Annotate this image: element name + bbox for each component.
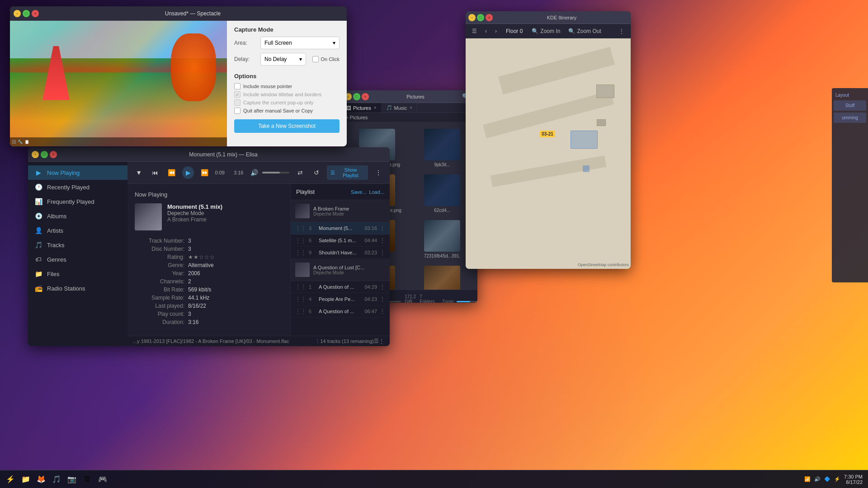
delay-select[interactable]: No Delay ▾ — [260, 53, 306, 66]
track-menu-1[interactable]: ⋮ — [380, 225, 385, 231]
sidebar-item-tracks[interactable]: 🎵 Tracks — [28, 238, 127, 252]
rp-button-1[interactable]: Stuff — [834, 100, 866, 111]
file-item-8[interactable]: c15ab24f086eb7fc.png — [410, 263, 474, 290]
playlist-btn-icon: ☰ — [330, 170, 335, 176]
track-menu-5[interactable]: ⋮ — [380, 296, 385, 302]
playlist-track-1[interactable]: ⋮⋮ 3 Monument (5... 03:16 ⋮ — [291, 222, 390, 235]
playlist-save-btn[interactable]: Save... — [351, 189, 366, 195]
prev-track-btn[interactable]: ⏪ — [166, 166, 178, 179]
sidebar-item-now-playing[interactable]: ▶ Now Playing — [28, 165, 127, 180]
dolphin-maximize-btn[interactable]: □ — [353, 93, 360, 100]
sidebar-item-frequently-played[interactable]: 📊 Frequently Played — [28, 194, 127, 209]
spectacle-close-btn[interactable]: × — [32, 10, 39, 17]
file-thumb-4 — [424, 174, 460, 206]
sidebar-item-files[interactable]: 📁 Files — [28, 267, 127, 281]
more-btn[interactable]: ⋮ — [373, 166, 384, 179]
itinerary-map[interactable]: 03-21 OpenStreetMap contributors — [466, 38, 631, 269]
taskbar-network-icon: 📶 — [804, 476, 811, 482]
tab-pictures-close[interactable]: × — [374, 105, 377, 110]
take-screenshot-button[interactable]: Take a New Screenshot — [234, 119, 340, 133]
elisa-maximize-btn[interactable]: □ — [41, 151, 48, 158]
option1-row[interactable]: Include mouse pointer — [234, 83, 340, 89]
zoom-slider-2[interactable] — [457, 301, 477, 302]
elisa-close-btn[interactable]: × — [50, 151, 57, 158]
itinerary-forward-btn[interactable]: › — [492, 27, 500, 36]
option1-checkbox[interactable] — [234, 83, 241, 89]
on-click-check[interactable]: On Click — [312, 56, 340, 62]
zoom-in-btn[interactable]: 🔍 Zoom In — [529, 27, 563, 36]
disc-number-key: Disc Number: — [135, 246, 184, 252]
sidebar-item-albums[interactable]: 💿 Albums — [28, 209, 127, 223]
collapse-btn[interactable]: ▼ — [133, 166, 145, 179]
taskbar-icon-music[interactable]: 🎵 — [50, 473, 63, 486]
statusbar-menu[interactable]: ⋮ — [315, 338, 320, 344]
itinerary-menu-btn[interactable]: ☰ — [469, 27, 480, 36]
option4-checkbox[interactable] — [234, 108, 241, 114]
elisa-minimize-btn[interactable]: − — [32, 151, 39, 158]
taskbar-bluetooth-icon: 🔷 — [824, 476, 830, 482]
sidebar-item-radio[interactable]: 📻 Radio Stations — [28, 281, 127, 296]
itinerary-window: − □ × KDE Itinerary ☰ ‹ › Floor 0 🔍 Zoom… — [466, 11, 631, 269]
playlist-album2-name: A Question of Lust [C... — [313, 265, 364, 270]
next-btn[interactable]: ⏩ — [198, 166, 210, 179]
file-item-6[interactable]: 72316fb45d...391. — [410, 217, 474, 261]
rp-button-2[interactable]: umming — [834, 113, 866, 123]
track-num-2: 6 — [309, 238, 316, 243]
option4-row[interactable]: Quit after manual Save or Copy — [234, 108, 340, 114]
playlist-track-2[interactable]: ⋮⋮ 6 Satellite (5.1 m... 04:44 ⋮ — [291, 235, 390, 247]
prev-btn[interactable]: ⏮ — [149, 166, 161, 179]
repeat-btn[interactable]: ↺ — [311, 166, 322, 179]
track-menu-6[interactable]: ⋮ — [380, 308, 385, 314]
sidebar-item-artists[interactable]: 👤 Artists — [28, 223, 127, 238]
radio-icon: 📻 — [34, 284, 42, 292]
track-menu-2[interactable]: ⋮ — [380, 237, 385, 244]
sidebar-item-genres[interactable]: 🏷 Genres — [28, 252, 127, 267]
taskbar-icon-games[interactable]: 🎮 — [96, 473, 109, 486]
genres-icon: 🏷 — [34, 255, 42, 263]
playlist-album2-art — [295, 263, 310, 277]
taskbar-icon-photos[interactable]: 📷 — [65, 473, 79, 486]
taskbar-icon-files[interactable]: 📁 — [19, 473, 33, 486]
show-playlist-btn[interactable]: ☰ Show Playlist — [327, 165, 368, 180]
shuffle-btn[interactable]: ⇄ — [294, 166, 306, 179]
track-menu-3[interactable]: ⋮ — [380, 249, 385, 256]
elisa-playlist-panel: Playlist Save... Load... A Broken Frame … — [290, 184, 390, 336]
itinerary-maximize-btn[interactable]: □ — [477, 14, 484, 21]
dolphin-tab-music[interactable]: 🎵 Music × — [382, 103, 418, 113]
tab-music-close[interactable]: × — [410, 105, 412, 110]
on-click-checkbox[interactable] — [312, 56, 319, 62]
playlist-track-3[interactable]: ⋮⋮ 9 Shouldn't Have... 03:23 ⋮ — [291, 247, 390, 259]
taskbar-icon-calendar[interactable]: 🗓 — [80, 473, 94, 486]
playlist-track-4[interactable]: ⋮⋮ 1 A Question of ... 04:29 ⋮ — [291, 281, 390, 293]
zoom-out-btn[interactable]: 🔍 Zoom Out — [566, 27, 604, 36]
meta-lastplayed: Last played: 8/16/22 — [135, 303, 283, 309]
spectacle-maximize-btn[interactable]: □ — [23, 10, 30, 17]
playlist-track-6[interactable]: ⋮⋮ 6 A Question of ... 06:47 ⋮ — [291, 305, 390, 318]
taskbar-icon-plasma[interactable]: ⚡ — [4, 473, 17, 486]
elisa-window: − □ × Monument (5.1 mix) — Elisa ▶ Now P… — [28, 147, 390, 346]
itinerary-close-btn[interactable]: × — [486, 14, 493, 21]
spectacle-minimize-btn[interactable]: − — [14, 10, 21, 17]
playlist-load-btn[interactable]: Load... — [369, 189, 384, 195]
sidebar-item-recently-played[interactable]: 🕐 Recently Played — [28, 180, 127, 194]
drag-icon-5: ⋮⋮ — [295, 296, 306, 302]
playlist-album1-artist: Depeche Mode — [313, 211, 349, 216]
mute-btn[interactable]: 🔊 — [248, 166, 260, 179]
dolphin-close-btn[interactable]: × — [362, 93, 369, 100]
queue-btn[interactable]: ☰ — [374, 338, 379, 344]
play-btn[interactable]: ▶ — [182, 166, 194, 179]
itinerary-minimize-btn[interactable]: − — [468, 14, 476, 21]
file-item-2[interactable]: 9pk3it... — [410, 126, 474, 170]
volume-bar[interactable] — [262, 172, 289, 174]
track-menu-4[interactable]: ⋮ — [380, 284, 385, 290]
file-item-4[interactable]: 62cd4... — [410, 172, 474, 216]
area-select[interactable]: Full Screen ▾ — [260, 37, 340, 49]
options-section: Options Include mouse pointer Include wi… — [234, 73, 340, 114]
dolphin-tab-pictures[interactable]: 🖼 Pictures × — [342, 103, 382, 113]
statusbar-more-btn[interactable]: ⋮ — [379, 338, 384, 344]
itinerary-back-btn[interactable]: ‹ — [482, 27, 490, 36]
playlist-track-5[interactable]: ⋮⋮ 4 People Are Pe... 04:23 ⋮ — [291, 293, 390, 305]
itinerary-more-btn[interactable]: ⋮ — [616, 27, 627, 36]
taskbar-icon-firefox[interactable]: 🦊 — [34, 473, 48, 486]
duration-key: Duration: — [135, 319, 184, 325]
